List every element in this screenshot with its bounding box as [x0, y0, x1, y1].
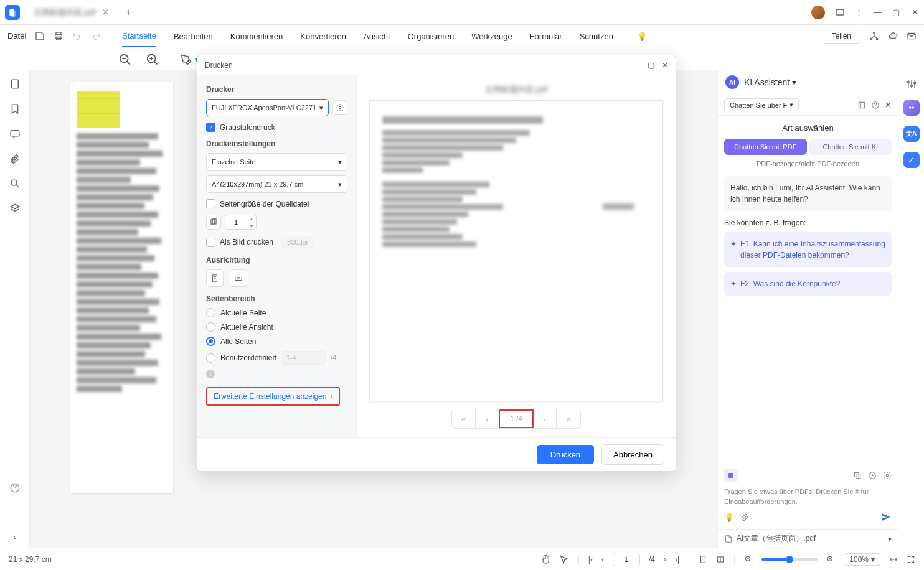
- tab-tools[interactable]: Werkzeuge: [471, 25, 512, 47]
- close-window-icon[interactable]: ✕: [910, 8, 919, 17]
- first-page-icon[interactable]: |‹: [588, 555, 593, 564]
- thumbnails-icon[interactable]: [9, 78, 21, 90]
- sheet-mode-select[interactable]: Einzelne Seite▾: [206, 153, 347, 171]
- ai-chip-icon[interactable]: [724, 469, 738, 482]
- range-current-radio[interactable]: [206, 308, 215, 317]
- expand-icon[interactable]: [857, 101, 866, 110]
- message-icon[interactable]: [835, 7, 845, 17]
- orient-landscape-button[interactable]: [230, 269, 247, 287]
- more-icon[interactable]: ⋮: [855, 7, 863, 17]
- ai-file-row[interactable]: AI文章（包括页面）.pdf ▾: [718, 529, 898, 548]
- maximize-icon[interactable]: ▢: [892, 8, 900, 17]
- next-page-icon[interactable]: ›: [664, 555, 666, 564]
- attachments-icon[interactable]: [9, 153, 21, 164]
- copy-icon[interactable]: [853, 469, 862, 482]
- page-input[interactable]: [613, 553, 640, 566]
- settings-ai-icon[interactable]: [883, 469, 892, 482]
- paper-size-select[interactable]: A4(210x297mm) 21 x 29,7 cm▾: [206, 175, 347, 193]
- fullscreen-icon[interactable]: [907, 555, 915, 564]
- hand-icon[interactable]: [540, 554, 550, 564]
- prev-page-icon[interactable]: ‹: [601, 555, 604, 564]
- zoom-in-sb-icon[interactable]: [826, 555, 835, 564]
- collapse-rail-icon[interactable]: ‹: [13, 532, 16, 541]
- copies-down[interactable]: ▼: [247, 222, 256, 230]
- undo-icon[interactable]: [72, 31, 82, 41]
- pager-prev[interactable]: ‹: [476, 409, 499, 428]
- mail-icon[interactable]: [907, 31, 917, 41]
- pager-first[interactable]: «: [452, 409, 476, 428]
- layers-icon[interactable]: [9, 203, 21, 214]
- sliders-icon[interactable]: [906, 78, 917, 90]
- as-image-checkbox[interactable]: [206, 238, 215, 247]
- tab-start[interactable]: Startseite: [122, 25, 156, 47]
- ai-chip-icon[interactable]: [903, 100, 920, 116]
- lightbulb-icon[interactable]: 💡: [637, 32, 647, 41]
- range-view-radio[interactable]: [206, 322, 215, 332]
- dialog-maximize-icon[interactable]: ▢: [648, 61, 654, 70]
- scroll-mode-icon[interactable]: [699, 555, 707, 564]
- search-rail-icon[interactable]: [9, 178, 21, 189]
- ai-chat-mode-dropdown[interactable]: Chatten Sie über F▾: [724, 98, 799, 111]
- redo-icon[interactable]: [91, 31, 101, 41]
- printer-select[interactable]: FUJI XEROX ApeosPort-VI C2271 ▾: [206, 99, 329, 116]
- ai-tab-ki[interactable]: Chatten Sie mit KI: [809, 139, 892, 155]
- document-tab[interactable]: 文档标题内容.pdf ✕: [25, 0, 118, 25]
- zoom-in-icon[interactable]: [146, 53, 159, 67]
- sitemap-icon[interactable]: [869, 31, 879, 41]
- zoom-out-icon[interactable]: [118, 53, 132, 67]
- zoom-slider[interactable]: [761, 558, 818, 561]
- tab-organize[interactable]: Organisieren: [408, 25, 454, 47]
- source-size-checkbox[interactable]: [206, 199, 215, 208]
- attach-icon[interactable]: [740, 513, 749, 521]
- close-ai-icon[interactable]: ✕: [885, 100, 892, 110]
- file-menu[interactable]: Datei: [7, 31, 26, 40]
- print-icon[interactable]: [54, 31, 64, 41]
- tab-edit[interactable]: Bearbeiten: [174, 25, 213, 47]
- grayscale-checkbox[interactable]: ✓: [206, 123, 215, 132]
- tab-convert[interactable]: Konvertieren: [300, 25, 346, 47]
- collate-button[interactable]: [206, 215, 221, 230]
- ai-title[interactable]: KI Assistent ▾: [744, 77, 796, 87]
- read-mode-icon[interactable]: [716, 555, 725, 564]
- save-icon[interactable]: [35, 31, 45, 41]
- share-button[interactable]: Teilen: [823, 29, 860, 44]
- print-button[interactable]: Drucken: [537, 445, 594, 464]
- printer-settings-button[interactable]: [332, 100, 347, 115]
- history-icon[interactable]: [868, 469, 877, 482]
- tab-form[interactable]: Formular: [530, 25, 562, 47]
- last-page-icon[interactable]: ›|: [675, 555, 679, 564]
- range-all-radio[interactable]: [206, 337, 215, 346]
- ai-tab-pdf[interactable]: Chatten Sie mit PDF: [724, 139, 807, 155]
- advanced-settings-link[interactable]: Erweiterte Einstellungen anzeigen ›: [206, 387, 340, 406]
- add-tab-button[interactable]: +: [118, 7, 139, 18]
- pager-last[interactable]: »: [557, 409, 580, 428]
- avatar[interactable]: [811, 6, 825, 19]
- send-icon[interactable]: [880, 512, 892, 523]
- range-custom-radio[interactable]: [206, 353, 215, 363]
- help-ai-icon[interactable]: [871, 101, 880, 110]
- chevron-down-icon[interactable]: ▾: [888, 535, 892, 543]
- tab-protect[interactable]: Schützen: [580, 25, 613, 47]
- fit-width-icon[interactable]: [889, 555, 898, 564]
- zoom-out-sb-icon[interactable]: [744, 555, 753, 564]
- dialog-close-icon[interactable]: ✕: [662, 61, 668, 70]
- zoom-value[interactable]: 100%▾: [844, 553, 880, 566]
- ai-suggest-1[interactable]: ✦F1. Kann ich eine Inhaltszusammenfassun…: [724, 232, 892, 267]
- bulb-icon[interactable]: 💡: [724, 513, 734, 522]
- info-icon[interactable]: i: [206, 370, 215, 378]
- copies-up[interactable]: ▲: [247, 215, 256, 222]
- tab-comment[interactable]: Kommentieren: [230, 25, 283, 47]
- check-chip-icon[interactable]: ✓: [903, 152, 920, 168]
- orient-portrait-button[interactable]: [206, 269, 224, 287]
- minimize-icon[interactable]: —: [873, 8, 882, 17]
- help-icon[interactable]: [9, 482, 21, 493]
- cancel-button[interactable]: Abbrechen: [601, 444, 664, 465]
- copies-spinner[interactable]: ▲▼: [225, 215, 257, 230]
- pager-next[interactable]: ›: [533, 409, 557, 428]
- translate-chip-icon[interactable]: 文A: [903, 126, 920, 142]
- tab-close-icon[interactable]: ✕: [102, 7, 109, 17]
- copies-input[interactable]: [225, 218, 247, 226]
- comments-icon[interactable]: [9, 128, 21, 139]
- tab-view[interactable]: Ansicht: [364, 25, 390, 47]
- select-icon[interactable]: [559, 554, 569, 564]
